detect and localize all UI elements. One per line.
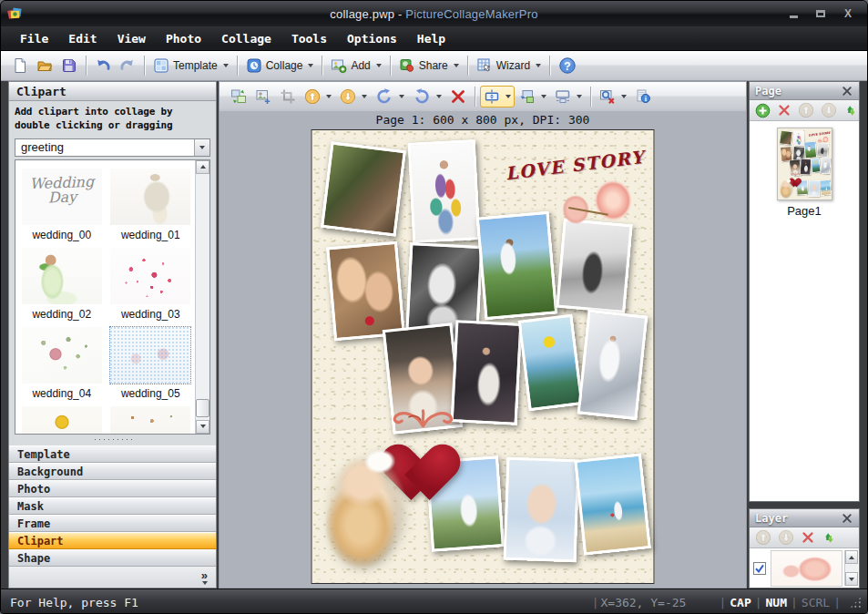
template-button[interactable]: Template (149, 55, 232, 77)
clipart-item-wedding_05[interactable]: wedding_05 (107, 321, 196, 400)
preview-button[interactable] (596, 86, 630, 107)
fit-page-button[interactable] (480, 86, 515, 107)
redo-button[interactable] (116, 55, 139, 77)
dropdown-arrow-icon[interactable] (376, 64, 382, 67)
photo-bride-window[interactable] (577, 310, 648, 420)
new-button[interactable] (8, 55, 32, 77)
expand-chevron[interactable]: » (201, 569, 208, 581)
layer-visibility-checkbox[interactable] (753, 562, 766, 575)
insert-photo-button[interactable] (251, 86, 275, 107)
rotate-right-button[interactable] (372, 85, 408, 108)
bride-face[interactable] (311, 431, 420, 579)
clipart-item-wedding_01[interactable]: wedding_01 (107, 162, 196, 241)
save-layout-button[interactable] (516, 86, 550, 107)
close-layer-panel-button[interactable] (841, 512, 853, 525)
menu-file[interactable]: File (10, 28, 58, 49)
clipart-item[interactable] (107, 400, 196, 434)
clipart-item-wedding_02[interactable]: wedding_02 (17, 241, 107, 321)
rose-clipart[interactable] (561, 178, 638, 233)
photo-kissing-couple[interactable] (321, 141, 406, 236)
layer-scrollbar[interactable] (844, 550, 858, 586)
accordion-item-template[interactable]: Template (9, 445, 216, 463)
scroll-down-button[interactable] (845, 572, 858, 586)
minimize-button[interactable] (787, 7, 800, 20)
send-backward-button[interactable] (336, 86, 371, 107)
move-layer-up-button[interactable] (754, 528, 772, 547)
swirl-clipart[interactable] (387, 404, 460, 433)
accordion-item-shape[interactable]: Shape (9, 549, 216, 567)
scrollbar-thumb[interactable] (196, 399, 209, 417)
menu-options[interactable]: Options (337, 28, 407, 49)
photo-jumping-beach[interactable] (518, 313, 584, 410)
accordion-item-background[interactable]: Background (9, 463, 216, 480)
menu-view[interactable]: View (107, 28, 156, 49)
share-button[interactable]: Share (395, 55, 463, 77)
save-button[interactable] (57, 55, 81, 77)
clipart-scrollbar[interactable] (195, 160, 209, 434)
menu-help[interactable]: Help (407, 28, 455, 49)
photo-shopping-couple[interactable] (408, 139, 481, 243)
dropdown-arrow-icon[interactable] (505, 95, 511, 98)
dropdown-arrow-icon[interactable] (577, 95, 582, 98)
collage-button[interactable]: Collage (242, 55, 318, 77)
close-button[interactable]: X (842, 7, 854, 20)
photo-smiling-couple[interactable] (326, 241, 405, 341)
bring-forward-button[interactable] (301, 86, 335, 107)
dropdown-arrow-icon[interactable] (362, 95, 367, 98)
dropdown-arrow-icon[interactable] (536, 64, 541, 67)
maximize-button[interactable] (814, 7, 827, 20)
refresh-layers-button[interactable] (821, 529, 838, 547)
menu-tools[interactable]: Tools (281, 28, 337, 49)
resize-grip[interactable] (850, 597, 862, 609)
scroll-up-button[interactable] (845, 550, 858, 564)
layer-thumbnail[interactable] (771, 550, 842, 587)
dropdown-arrow-icon[interactable] (541, 95, 546, 98)
scroll-down-button[interactable] (196, 420, 209, 434)
move-layer-down-button[interactable] (777, 528, 795, 547)
panel-splitter-handle[interactable] (9, 435, 216, 445)
photo-bride-dark[interactable] (450, 320, 522, 425)
move-page-up-button[interactable] (797, 101, 815, 119)
clipart-item-wedding_03[interactable]: wedding_03 (107, 241, 196, 321)
resize-page-button[interactable] (551, 86, 586, 107)
menu-collage[interactable]: Collage (211, 28, 281, 49)
accordion-item-photo[interactable]: Photo (9, 480, 216, 497)
dropdown-arrow-icon[interactable] (454, 64, 459, 67)
clipart-category-select[interactable]: greeting (15, 138, 210, 157)
accordion-item-frame[interactable]: Frame (9, 515, 216, 532)
scroll-up-button[interactable] (196, 160, 209, 174)
panel-divider[interactable] (749, 502, 860, 508)
add-button[interactable]: Add (327, 55, 384, 77)
undo-button[interactable] (91, 55, 115, 77)
dropdown-arrow-icon[interactable] (436, 95, 442, 98)
page-thumbnail[interactable]: LOVE STORY (777, 128, 832, 200)
delete-object-button[interactable] (446, 86, 470, 107)
chevron-down-icon[interactable] (202, 581, 208, 585)
crop-button[interactable] (276, 86, 300, 107)
close-page-panel-button[interactable] (841, 85, 853, 97)
photo-couple-garden[interactable] (476, 211, 557, 320)
page-properties-button[interactable]: i (631, 86, 655, 107)
photo-bride-portrait[interactable] (503, 456, 579, 562)
clipart-item[interactable] (17, 400, 107, 434)
help-button[interactable]: ? (555, 54, 580, 77)
dropdown-arrow-icon[interactable] (223, 64, 229, 67)
select-dropdown-button[interactable] (194, 139, 209, 156)
delete-page-button[interactable] (776, 102, 792, 118)
menu-photo[interactable]: Photo (156, 28, 211, 49)
accordion-item-clipart[interactable]: Clipart (9, 532, 216, 549)
refresh-pages-button[interactable] (842, 102, 860, 119)
delete-layer-button[interactable] (800, 529, 816, 546)
collage-page[interactable]: LOVE STORY (311, 129, 655, 584)
scrollbar-track[interactable] (196, 174, 209, 420)
open-button[interactable] (33, 55, 56, 77)
accordion-item-mask[interactable]: Mask (9, 497, 216, 515)
clipart-item-wedding_00[interactable]: Wedding Daywedding_00 (17, 162, 107, 241)
dropdown-arrow-icon[interactable] (399, 95, 404, 98)
dropdown-arrow-icon[interactable] (326, 95, 332, 98)
swap-photo-button[interactable] (227, 86, 250, 107)
clipart-item-wedding_04[interactable]: wedding_04 (17, 321, 107, 400)
dropdown-arrow-icon[interactable] (308, 64, 313, 67)
dropdown-arrow-icon[interactable] (621, 95, 627, 98)
menu-edit[interactable]: Edit (58, 28, 107, 49)
